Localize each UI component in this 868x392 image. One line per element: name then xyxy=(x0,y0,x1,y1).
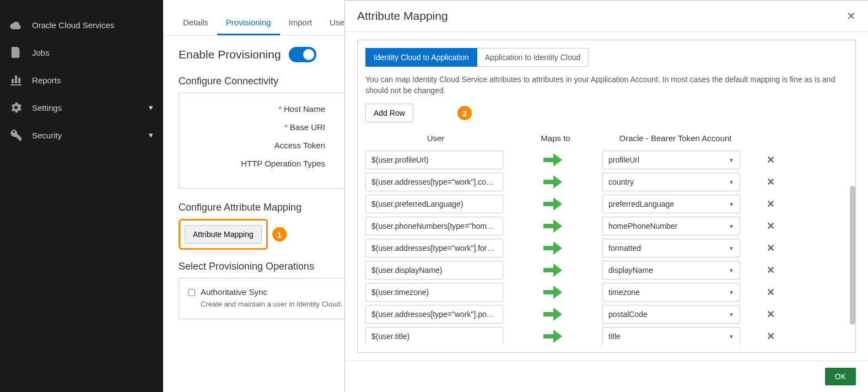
scrollbar[interactable] xyxy=(850,186,855,325)
authoritative-sync-checkbox[interactable] xyxy=(188,289,195,296)
tab-app-to-idc[interactable]: Application to Identity Cloud xyxy=(477,48,589,67)
key-icon xyxy=(10,129,22,141)
step-marker-2: 2 xyxy=(457,106,472,120)
target-attribute-select[interactable]: displayName▼ xyxy=(602,261,740,280)
delete-row-icon[interactable]: ✕ xyxy=(767,176,775,188)
user-attribute-input[interactable]: $(user.addresses[type="work"].country) xyxy=(365,173,503,191)
mapping-row: $(user.timezone)timezone▼✕ xyxy=(365,283,844,302)
mapping-info-text: You can map Identity Cloud Service attri… xyxy=(365,74,848,96)
maps-to-arrow-icon xyxy=(503,153,602,167)
delete-row-icon[interactable]: ✕ xyxy=(767,198,775,210)
maps-to-arrow-icon xyxy=(503,175,602,189)
delete-row-icon[interactable]: ✕ xyxy=(767,264,775,276)
sidebar: Oracle Cloud Services Jobs Reports Setti… xyxy=(0,0,163,392)
step-marker-1: 1 xyxy=(272,227,287,241)
user-attribute-input[interactable]: $(user.displayName) xyxy=(365,261,503,280)
user-attribute-input[interactable]: $(user.title) xyxy=(365,327,503,345)
sidebar-item-security[interactable]: Security ▾ xyxy=(0,121,163,149)
mapping-row: $(user.addresses[type="work"].country)co… xyxy=(365,173,844,191)
target-attribute-select[interactable]: title▼ xyxy=(602,327,740,345)
target-attribute-select[interactable]: postalCode▼ xyxy=(602,305,740,324)
maps-to-arrow-icon xyxy=(503,219,602,233)
host-name-label: Host Name xyxy=(284,104,325,114)
sidebar-item-label: Oracle Cloud Services xyxy=(32,20,114,30)
sidebar-item-label: Security xyxy=(32,131,62,140)
base-uri-label: Base URI xyxy=(290,122,325,132)
col-header-target: Oracle - Bearer Token Account xyxy=(605,133,746,143)
maps-to-arrow-icon xyxy=(503,197,602,211)
target-attribute-select[interactable]: homePhoneNumber▼ xyxy=(602,217,740,235)
attribute-mapping-modal: Attribute Mapping ✕ Identity Cloud to Ap… xyxy=(344,0,868,392)
sidebar-item-reports[interactable]: Reports xyxy=(0,66,163,94)
target-attribute-select[interactable]: profileUrl▼ xyxy=(602,151,740,169)
user-attribute-input[interactable]: $(user.addresses[type="work"].formatted) xyxy=(365,239,503,257)
sidebar-item-label: Settings xyxy=(32,103,62,112)
document-icon xyxy=(10,46,22,58)
gear-icon xyxy=(10,101,22,114)
user-attribute-input[interactable]: $(user.addresses[type="work"].postalCode… xyxy=(365,305,503,324)
delete-row-icon[interactable]: ✕ xyxy=(767,308,775,320)
maps-to-arrow-icon xyxy=(503,286,602,299)
modal-title: Attribute Mapping xyxy=(357,9,448,23)
mapping-row: $(user.profileUrl)profileUrl▼✕ xyxy=(365,151,844,169)
mapping-row: $(user.addresses[type="work"].formatted)… xyxy=(365,239,844,257)
user-attribute-input[interactable]: $(user.preferredLanguage) xyxy=(365,195,503,213)
delete-row-icon[interactable]: ✕ xyxy=(767,242,775,254)
add-row-button[interactable]: Add Row xyxy=(365,104,413,122)
mapping-row: $(user.phoneNumbers[type="home"])homePho… xyxy=(365,217,844,235)
cloud-icon xyxy=(10,19,22,31)
sidebar-item-oracle-cloud-services[interactable]: Oracle Cloud Services xyxy=(0,11,163,39)
col-header-maps-to: Maps to xyxy=(506,133,605,143)
chevron-down-icon: ▾ xyxy=(149,103,153,112)
maps-to-arrow-icon xyxy=(503,308,602,321)
delete-row-icon[interactable]: ✕ xyxy=(767,220,775,232)
tab-idc-to-app[interactable]: Identity Cloud to Application xyxy=(365,48,477,67)
target-attribute-select[interactable]: timezone▼ xyxy=(602,283,740,302)
sidebar-item-label: Jobs xyxy=(32,48,50,57)
target-attribute-select[interactable]: formatted▼ xyxy=(602,239,740,257)
target-attribute-select[interactable]: country▼ xyxy=(602,173,740,191)
enable-provisioning-label: Enable Provisioning xyxy=(179,48,281,61)
mapping-row: $(user.preferredLanguage)preferredLangua… xyxy=(365,195,844,213)
sidebar-item-label: Reports xyxy=(32,76,61,85)
tab-provisioning[interactable]: Provisioning xyxy=(217,11,280,35)
ok-button[interactable]: OK xyxy=(825,368,856,385)
delete-row-icon[interactable]: ✕ xyxy=(767,154,775,166)
enable-provisioning-toggle[interactable] xyxy=(289,47,316,62)
mapping-row: $(user.displayName)displayName▼✕ xyxy=(365,261,844,280)
maps-to-arrow-icon xyxy=(503,264,602,277)
mapping-row: $(user.addresses[type="work"].postalCode… xyxy=(365,305,844,324)
mapping-row: $(user.title)title▼✕ xyxy=(365,327,844,345)
sidebar-item-settings[interactable]: Settings ▾ xyxy=(0,94,163,121)
delete-row-icon[interactable]: ✕ xyxy=(767,330,775,342)
attribute-mapping-button[interactable]: Attribute Mapping xyxy=(185,225,262,244)
col-header-user: User xyxy=(365,133,506,143)
http-ops-label: HTTP Operation Types xyxy=(241,159,325,168)
close-icon[interactable]: ✕ xyxy=(847,9,856,23)
user-attribute-input[interactable]: $(user.phoneNumbers[type="home"]) xyxy=(365,217,503,235)
maps-to-arrow-icon xyxy=(503,330,602,343)
tab-import[interactable]: Import xyxy=(280,11,321,35)
target-attribute-select[interactable]: preferredLanguage▼ xyxy=(602,195,740,213)
delete-row-icon[interactable]: ✕ xyxy=(767,286,775,298)
tab-details[interactable]: Details xyxy=(174,11,217,35)
sidebar-item-jobs[interactable]: Jobs xyxy=(0,39,163,66)
access-token-label: Access Token xyxy=(274,141,325,150)
chevron-down-icon: ▾ xyxy=(149,130,153,140)
attribute-mapping-highlight: Attribute Mapping xyxy=(179,219,268,250)
user-attribute-input[interactable]: $(user.profileUrl) xyxy=(365,151,503,169)
maps-to-arrow-icon xyxy=(503,241,602,255)
user-attribute-input[interactable]: $(user.timezone) xyxy=(365,283,503,302)
bar-chart-icon xyxy=(10,74,22,86)
